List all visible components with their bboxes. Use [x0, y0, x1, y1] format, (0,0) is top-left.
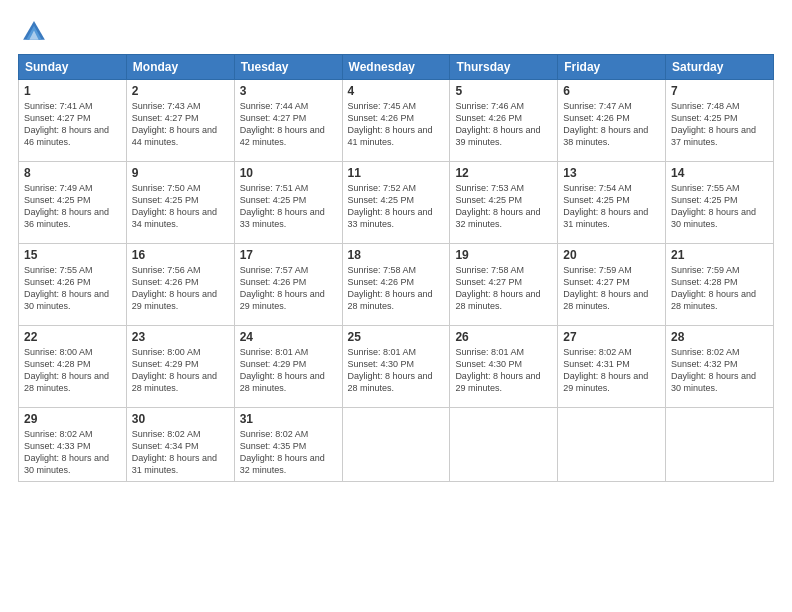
day-number: 18 [348, 248, 445, 262]
calendar-cell: 5 Sunrise: 7:46 AMSunset: 4:26 PMDayligh… [450, 80, 558, 162]
day-info: Sunrise: 8:02 AMSunset: 4:34 PMDaylight:… [132, 429, 217, 475]
logo-icon [20, 18, 48, 46]
header [18, 18, 774, 46]
calendar-week-3: 15 Sunrise: 7:55 AMSunset: 4:26 PMDaylig… [19, 244, 774, 326]
day-number: 21 [671, 248, 768, 262]
calendar-cell: 22 Sunrise: 8:00 AMSunset: 4:28 PMDaylig… [19, 326, 127, 408]
calendar-table: SundayMondayTuesdayWednesdayThursdayFrid… [18, 54, 774, 482]
day-info: Sunrise: 7:55 AMSunset: 4:26 PMDaylight:… [24, 265, 109, 311]
day-number: 1 [24, 84, 121, 98]
day-number: 26 [455, 330, 552, 344]
calendar-cell: 12 Sunrise: 7:53 AMSunset: 4:25 PMDaylig… [450, 162, 558, 244]
calendar-cell: 1 Sunrise: 7:41 AMSunset: 4:27 PMDayligh… [19, 80, 127, 162]
day-info: Sunrise: 7:58 AMSunset: 4:27 PMDaylight:… [455, 265, 540, 311]
day-number: 2 [132, 84, 229, 98]
day-number: 17 [240, 248, 337, 262]
day-number: 24 [240, 330, 337, 344]
day-info: Sunrise: 8:01 AMSunset: 4:30 PMDaylight:… [455, 347, 540, 393]
day-info: Sunrise: 8:00 AMSunset: 4:28 PMDaylight:… [24, 347, 109, 393]
calendar-cell [342, 408, 450, 482]
day-info: Sunrise: 7:52 AMSunset: 4:25 PMDaylight:… [348, 183, 433, 229]
calendar-cell: 8 Sunrise: 7:49 AMSunset: 4:25 PMDayligh… [19, 162, 127, 244]
page: SundayMondayTuesdayWednesdayThursdayFrid… [0, 0, 792, 612]
day-number: 30 [132, 412, 229, 426]
day-info: Sunrise: 7:45 AMSunset: 4:26 PMDaylight:… [348, 101, 433, 147]
day-info: Sunrise: 7:55 AMSunset: 4:25 PMDaylight:… [671, 183, 756, 229]
calendar-week-2: 8 Sunrise: 7:49 AMSunset: 4:25 PMDayligh… [19, 162, 774, 244]
calendar-cell: 27 Sunrise: 8:02 AMSunset: 4:31 PMDaylig… [558, 326, 666, 408]
day-info: Sunrise: 7:59 AMSunset: 4:27 PMDaylight:… [563, 265, 648, 311]
calendar-cell: 26 Sunrise: 8:01 AMSunset: 4:30 PMDaylig… [450, 326, 558, 408]
calendar-cell: 30 Sunrise: 8:02 AMSunset: 4:34 PMDaylig… [126, 408, 234, 482]
day-number: 7 [671, 84, 768, 98]
calendar-cell [450, 408, 558, 482]
day-number: 25 [348, 330, 445, 344]
calendar-cell: 7 Sunrise: 7:48 AMSunset: 4:25 PMDayligh… [666, 80, 774, 162]
day-number: 28 [671, 330, 768, 344]
calendar-cell: 2 Sunrise: 7:43 AMSunset: 4:27 PMDayligh… [126, 80, 234, 162]
day-info: Sunrise: 8:02 AMSunset: 4:33 PMDaylight:… [24, 429, 109, 475]
day-number: 29 [24, 412, 121, 426]
day-info: Sunrise: 7:44 AMSunset: 4:27 PMDaylight:… [240, 101, 325, 147]
day-number: 12 [455, 166, 552, 180]
calendar-week-1: 1 Sunrise: 7:41 AMSunset: 4:27 PMDayligh… [19, 80, 774, 162]
day-number: 8 [24, 166, 121, 180]
day-info: Sunrise: 7:49 AMSunset: 4:25 PMDaylight:… [24, 183, 109, 229]
day-number: 15 [24, 248, 121, 262]
day-info: Sunrise: 7:58 AMSunset: 4:26 PMDaylight:… [348, 265, 433, 311]
day-number: 19 [455, 248, 552, 262]
calendar-cell: 18 Sunrise: 7:58 AMSunset: 4:26 PMDaylig… [342, 244, 450, 326]
calendar-week-5: 29 Sunrise: 8:02 AMSunset: 4:33 PMDaylig… [19, 408, 774, 482]
day-number: 16 [132, 248, 229, 262]
day-info: Sunrise: 7:53 AMSunset: 4:25 PMDaylight:… [455, 183, 540, 229]
calendar-cell: 17 Sunrise: 7:57 AMSunset: 4:26 PMDaylig… [234, 244, 342, 326]
calendar-cell: 11 Sunrise: 7:52 AMSunset: 4:25 PMDaylig… [342, 162, 450, 244]
day-info: Sunrise: 8:00 AMSunset: 4:29 PMDaylight:… [132, 347, 217, 393]
col-header-wednesday: Wednesday [342, 55, 450, 80]
day-info: Sunrise: 8:02 AMSunset: 4:35 PMDaylight:… [240, 429, 325, 475]
day-info: Sunrise: 8:01 AMSunset: 4:29 PMDaylight:… [240, 347, 325, 393]
calendar-cell: 23 Sunrise: 8:00 AMSunset: 4:29 PMDaylig… [126, 326, 234, 408]
day-number: 6 [563, 84, 660, 98]
day-info: Sunrise: 7:54 AMSunset: 4:25 PMDaylight:… [563, 183, 648, 229]
day-info: Sunrise: 8:02 AMSunset: 4:32 PMDaylight:… [671, 347, 756, 393]
calendar-cell: 21 Sunrise: 7:59 AMSunset: 4:28 PMDaylig… [666, 244, 774, 326]
calendar-cell: 4 Sunrise: 7:45 AMSunset: 4:26 PMDayligh… [342, 80, 450, 162]
calendar-cell: 25 Sunrise: 8:01 AMSunset: 4:30 PMDaylig… [342, 326, 450, 408]
day-number: 11 [348, 166, 445, 180]
day-number: 31 [240, 412, 337, 426]
day-number: 13 [563, 166, 660, 180]
day-info: Sunrise: 7:56 AMSunset: 4:26 PMDaylight:… [132, 265, 217, 311]
day-info: Sunrise: 7:41 AMSunset: 4:27 PMDaylight:… [24, 101, 109, 147]
day-info: Sunrise: 7:48 AMSunset: 4:25 PMDaylight:… [671, 101, 756, 147]
day-info: Sunrise: 8:02 AMSunset: 4:31 PMDaylight:… [563, 347, 648, 393]
calendar-cell: 31 Sunrise: 8:02 AMSunset: 4:35 PMDaylig… [234, 408, 342, 482]
calendar-header-row: SundayMondayTuesdayWednesdayThursdayFrid… [19, 55, 774, 80]
col-header-saturday: Saturday [666, 55, 774, 80]
day-info: Sunrise: 7:59 AMSunset: 4:28 PMDaylight:… [671, 265, 756, 311]
calendar-cell: 10 Sunrise: 7:51 AMSunset: 4:25 PMDaylig… [234, 162, 342, 244]
calendar-cell: 28 Sunrise: 8:02 AMSunset: 4:32 PMDaylig… [666, 326, 774, 408]
day-number: 20 [563, 248, 660, 262]
calendar-cell: 15 Sunrise: 7:55 AMSunset: 4:26 PMDaylig… [19, 244, 127, 326]
day-number: 3 [240, 84, 337, 98]
col-header-tuesday: Tuesday [234, 55, 342, 80]
day-number: 4 [348, 84, 445, 98]
col-header-monday: Monday [126, 55, 234, 80]
calendar-cell: 14 Sunrise: 7:55 AMSunset: 4:25 PMDaylig… [666, 162, 774, 244]
calendar-cell: 24 Sunrise: 8:01 AMSunset: 4:29 PMDaylig… [234, 326, 342, 408]
day-info: Sunrise: 7:47 AMSunset: 4:26 PMDaylight:… [563, 101, 648, 147]
day-number: 23 [132, 330, 229, 344]
calendar-cell: 3 Sunrise: 7:44 AMSunset: 4:27 PMDayligh… [234, 80, 342, 162]
col-header-thursday: Thursday [450, 55, 558, 80]
calendar-cell: 19 Sunrise: 7:58 AMSunset: 4:27 PMDaylig… [450, 244, 558, 326]
calendar-cell: 6 Sunrise: 7:47 AMSunset: 4:26 PMDayligh… [558, 80, 666, 162]
calendar-cell: 20 Sunrise: 7:59 AMSunset: 4:27 PMDaylig… [558, 244, 666, 326]
day-number: 5 [455, 84, 552, 98]
day-number: 9 [132, 166, 229, 180]
day-info: Sunrise: 7:51 AMSunset: 4:25 PMDaylight:… [240, 183, 325, 229]
day-info: Sunrise: 7:46 AMSunset: 4:26 PMDaylight:… [455, 101, 540, 147]
calendar-cell: 29 Sunrise: 8:02 AMSunset: 4:33 PMDaylig… [19, 408, 127, 482]
day-info: Sunrise: 7:57 AMSunset: 4:26 PMDaylight:… [240, 265, 325, 311]
day-number: 27 [563, 330, 660, 344]
